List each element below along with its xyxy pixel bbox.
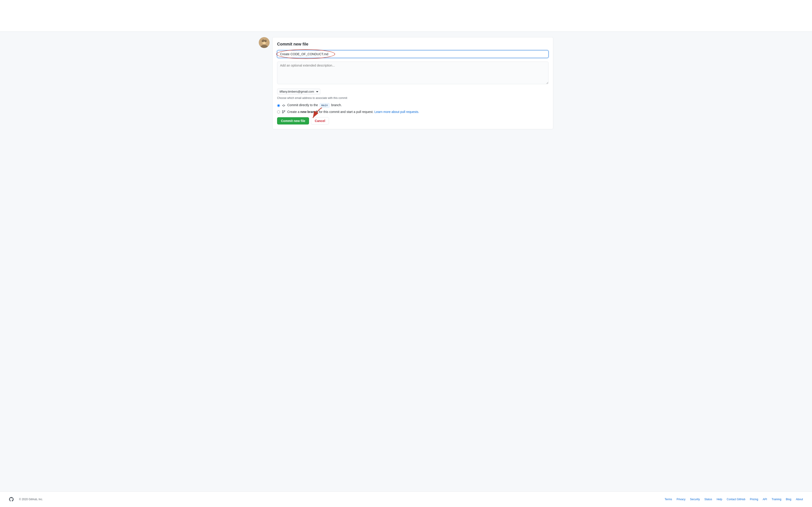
main-content: Commit new file tiffany.timbers@gmail.co… <box>0 32 812 491</box>
svg-point-10 <box>282 110 283 111</box>
svg-point-7 <box>283 105 285 106</box>
commit-description-input[interactable] <box>277 62 549 84</box>
footer-link-status[interactable]: Status <box>704 498 712 501</box>
footer-link-security[interactable]: Security <box>690 498 700 501</box>
commit-form-title: Commit new file <box>277 42 549 47</box>
footer-link-help[interactable]: Help <box>717 498 722 501</box>
learn-more-link[interactable]: Learn more about pull requests. <box>374 110 419 114</box>
footer-links: Terms Privacy Security Status Help Conta… <box>665 498 803 501</box>
radio-group: Commit directly to the main branch. <box>277 103 549 114</box>
commit-new-file-button[interactable]: Commit new file <box>277 117 309 124</box>
pull-request-icon <box>282 110 286 114</box>
action-buttons: Commit new file Cancel <box>277 117 549 124</box>
commit-section: Commit new file tiffany.timbers@gmail.co… <box>259 37 553 129</box>
radio-direct-input[interactable] <box>277 104 280 107</box>
radio-option-direct: Commit directly to the main branch. <box>277 103 549 108</box>
email-select[interactable]: tiffany.timbers@gmail.com <box>277 89 320 95</box>
email-select-wrapper: tiffany.timbers@gmail.com <box>277 89 549 95</box>
svg-point-6 <box>265 40 266 42</box>
commit-message-wrapper <box>277 50 549 60</box>
footer-link-contact[interactable]: Contact GitHub <box>727 498 745 501</box>
footer-link-api[interactable]: API <box>763 498 767 501</box>
radio-branch-label: Create a new branch for this commit and … <box>287 110 419 114</box>
footer-link-training[interactable]: Training <box>772 498 781 501</box>
footer-link-about[interactable]: About <box>796 498 803 501</box>
radio-option-branch: Create a new branch for this commit and … <box>277 110 549 114</box>
page-header <box>0 0 812 32</box>
cancel-button[interactable]: Cancel <box>311 117 329 124</box>
radio-direct-label: Commit directly to the main branch. <box>287 103 342 108</box>
footer: © 2020 GitHub, Inc. Terms Privacy Securi… <box>0 491 812 507</box>
footer-logo <box>9 497 14 502</box>
new-branch-bold: new branch <box>300 110 318 114</box>
footer-link-terms[interactable]: Terms <box>665 498 672 501</box>
avatar <box>259 37 270 48</box>
svg-point-12 <box>284 110 285 111</box>
commit-message-input[interactable] <box>277 50 549 58</box>
email-help-text: Choose which email address to associate … <box>277 97 549 100</box>
footer-copyright: © 2020 GitHub, Inc. <box>19 498 43 501</box>
footer-link-blog[interactable]: Blog <box>786 498 792 501</box>
commit-direct-icon <box>282 104 286 107</box>
footer-link-privacy[interactable]: Privacy <box>676 498 686 501</box>
branch-badge: main <box>320 103 329 108</box>
radio-branch-input[interactable] <box>277 110 280 113</box>
commit-box: Commit new file tiffany.timbers@gmail.co… <box>272 37 553 129</box>
footer-link-pricing[interactable]: Pricing <box>750 498 758 501</box>
